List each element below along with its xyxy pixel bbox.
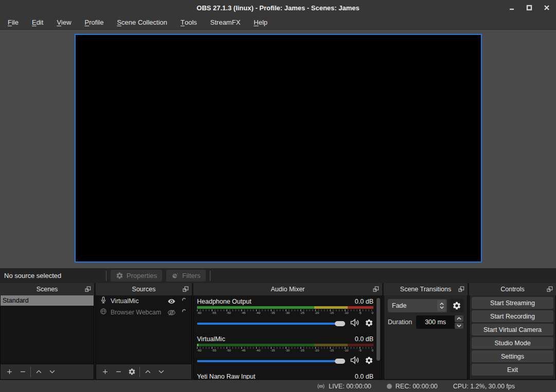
mixer-scrollbar[interactable]: [376, 298, 380, 361]
popout-icon: [458, 286, 465, 293]
start-virtual-camera-button[interactable]: Start Virtual Camera: [472, 324, 553, 335]
start-recording-button[interactable]: Start Recording: [472, 310, 553, 322]
unlock-icon[interactable]: [180, 297, 188, 305]
volume-slider[interactable]: [197, 321, 345, 326]
menu-item-view[interactable]: View: [50, 15, 78, 30]
scene-transitions-header: Scene Transitions: [384, 283, 468, 295]
source-properties-button[interactable]: [126, 366, 137, 378]
duration-increment-button[interactable]: [455, 315, 463, 322]
add-source-button[interactable]: [99, 366, 111, 378]
controls-body: Start Streaming Start Recording Start Vi…: [469, 295, 556, 380]
controls-header: Controls: [469, 283, 556, 295]
duration-value: 300 ms: [416, 319, 455, 326]
source-name: VirtualMic: [111, 297, 164, 305]
scenes-panel: Scenes Standard: [0, 283, 94, 380]
duration-decrement-button[interactable]: [455, 323, 463, 329]
scenes-list: Standard: [0, 295, 94, 364]
meter-tick-labels: -60-55-50-45-40-35-30-25-20-15-10-50: [197, 311, 373, 315]
live-status: LIVE: 00:00:00: [317, 382, 371, 390]
audio-gear-icon[interactable]: [365, 356, 373, 367]
unlock-icon[interactable]: [180, 309, 188, 316]
sources-panel: Sources VirtualMic Browser Webcam: [96, 283, 192, 380]
properties-label: Properties: [127, 272, 157, 279]
controls-panel: Controls Start Streaming Start Recording…: [469, 283, 556, 380]
audio-mixer-panel: Audio Mixer Headphone Output 0.0 dB -60-…: [193, 283, 382, 380]
audio-mixer-header: Audio Mixer: [193, 283, 382, 295]
cpu-fps-text: CPU: 1.2%, 30.00 fps: [453, 383, 515, 390]
scene-down-button[interactable]: [46, 366, 58, 378]
volume-meter: [197, 306, 373, 309]
cpu-fps-status: CPU: 1.2%, 30.00 fps: [453, 383, 515, 390]
chevron-down-icon: [457, 324, 461, 327]
menu-item-tools[interactable]: Tools: [174, 15, 204, 30]
duration-label: Duration: [388, 319, 412, 326]
close-button[interactable]: [543, 4, 551, 12]
rec-status: REC: 00:00:00: [387, 383, 438, 390]
source-row-virtualmic[interactable]: VirtualMic: [96, 295, 191, 307]
remove-scene-button[interactable]: [17, 366, 28, 378]
scenes-title: Scenes: [37, 286, 58, 293]
window-title: OBS 27.1.3 (linux) - Profile: James - Sc…: [0, 4, 556, 12]
channel-name: Yeti Nano Raw Input: [197, 373, 256, 380]
studio-mode-button[interactable]: Studio Mode: [472, 337, 553, 349]
toolbar-separator: [210, 271, 210, 281]
menu-item-scene-collection[interactable]: Scene Collection: [110, 15, 174, 30]
minimize-button[interactable]: [508, 4, 516, 12]
meter-tick-labels: -60-55-50-45-40-35-30-25-20-15-10-50: [197, 349, 373, 352]
transition-select[interactable]: Fade: [388, 299, 447, 312]
menu-item-streamfx[interactable]: StreamFX: [204, 15, 247, 30]
gear-icon: [452, 301, 461, 310]
rec-time: REC: 00:00:00: [396, 383, 438, 390]
popout-icon: [546, 286, 553, 293]
menu-item-profile[interactable]: Profile: [78, 15, 111, 30]
eye-slash-icon[interactable]: [168, 309, 175, 316]
microphone-icon: [100, 296, 107, 306]
maximize-button[interactable]: [525, 4, 533, 12]
speaker-icon[interactable]: [350, 318, 360, 330]
filters-button[interactable]: Filters: [166, 270, 205, 282]
audio-gear-icon[interactable]: [365, 319, 373, 329]
speaker-icon[interactable]: [350, 355, 360, 367]
menu-item-edit[interactable]: Edit: [25, 15, 50, 30]
start-streaming-button[interactable]: Start Streaming: [472, 297, 553, 309]
window-controls: [508, 0, 551, 15]
add-scene-button[interactable]: [4, 366, 15, 378]
chevron-down-icon: [440, 306, 444, 309]
menu-item-file[interactable]: File: [1, 15, 25, 30]
sources-toolbar: [96, 364, 192, 380]
remove-source-button[interactable]: [113, 366, 124, 378]
toolbar-separator: [139, 367, 140, 377]
source-row-browser-webcam[interactable]: Browser Webcam: [96, 307, 191, 318]
settings-button[interactable]: Settings: [472, 350, 553, 362]
properties-button[interactable]: Properties: [111, 270, 162, 282]
menu-item-help[interactable]: Help: [247, 15, 274, 30]
scene-up-button[interactable]: [33, 366, 44, 378]
source-up-button[interactable]: [142, 366, 153, 378]
volume-slider[interactable]: [197, 359, 345, 364]
slider-handle[interactable]: [335, 359, 345, 364]
source-down-button[interactable]: [155, 366, 167, 378]
chevron-up-icon: [440, 303, 444, 305]
preview-canvas[interactable]: [75, 34, 482, 263]
audio-mixer-body: Headphone Output 0.0 dB -60-55-50-45-40-…: [193, 295, 382, 380]
mixer-channel-yeti: Yeti Nano Raw Input 0.0 dB -60-55-50-45-…: [197, 373, 373, 380]
slider-handle[interactable]: [335, 321, 345, 326]
sources-title: Sources: [132, 286, 156, 293]
popout-icon: [84, 286, 92, 293]
eye-icon[interactable]: [168, 297, 175, 305]
toolbar-separator: [106, 271, 106, 281]
controls-title: Controls: [500, 286, 525, 293]
no-source-label: No source selected: [4, 272, 102, 279]
channel-name: VirtualMic: [197, 335, 225, 343]
statusbar: LIVE: 00:00:00 REC: 00:00:00 CPU: 1.2%, …: [0, 380, 556, 392]
exit-button[interactable]: Exit: [472, 364, 553, 376]
broadcast-icon: [317, 382, 325, 390]
scenes-header: Scenes: [0, 283, 94, 295]
scene-item-standard[interactable]: Standard: [1, 295, 94, 306]
mixer-channel-headphone: Headphone Output 0.0 dB -60-55-50-45-40-…: [197, 298, 373, 330]
titlebar[interactable]: OBS 27.1.3 (linux) - Profile: James - Sc…: [0, 0, 556, 15]
volume-meter: [197, 344, 373, 346]
duration-spinbox[interactable]: 300 ms: [416, 315, 463, 329]
channel-db: 0.0 dB: [355, 373, 373, 380]
transition-settings-button[interactable]: [450, 299, 463, 312]
